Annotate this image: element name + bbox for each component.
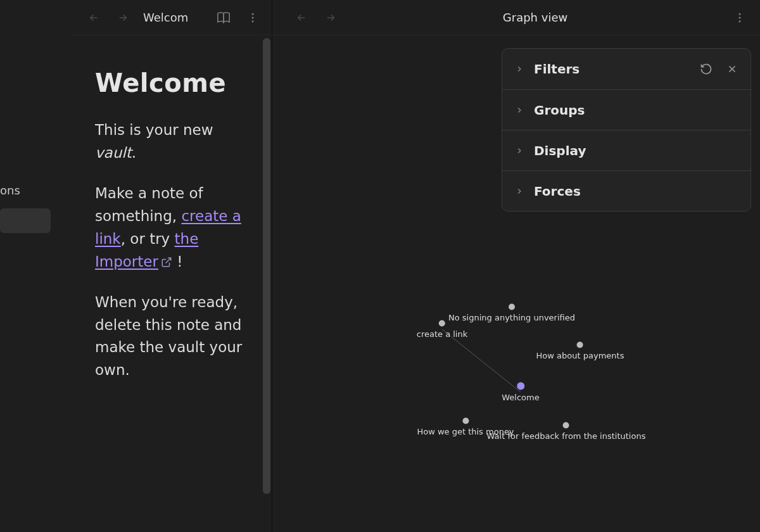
graph-node-payments[interactable]: How about payments: [536, 342, 624, 360]
external-link-icon: [161, 256, 172, 268]
note-content[interactable]: Welcome This is your new vault. Make a n…: [70, 35, 272, 415]
note-tab-title[interactable]: Welcom: [143, 11, 188, 24]
graph-settings-groups[interactable]: Groups: [502, 89, 750, 130]
graph-node-dot: [577, 342, 583, 348]
file-explorer-sidebar[interactable]: ons: [0, 0, 70, 532]
chevron-right-icon: [515, 187, 524, 196]
rotate-ccw-icon: [700, 63, 712, 75]
chevron-right-icon: [515, 106, 524, 115]
nav-back-button[interactable]: [85, 9, 103, 27]
graph-view-pane: Graph view create a linkNo signing anyth…: [272, 0, 760, 532]
note-scrollbar[interactable]: [263, 38, 270, 494]
graph-node-dot: [563, 422, 569, 429]
graph-settings-display-label: Display: [534, 143, 586, 158]
note-tab-bar: Welcom: [70, 0, 272, 35]
graph-nav-forward-button[interactable]: [322, 9, 339, 27]
graph-tab-bar: Graph view: [272, 0, 760, 35]
nav-forward-button[interactable]: [114, 9, 132, 27]
reset-filters-button[interactable]: [700, 63, 712, 75]
graph-node-label: How about payments: [536, 351, 624, 360]
graph-settings-panel: Filters Groups Display Forces: [502, 48, 751, 212]
reading-mode-toggle[interactable]: [215, 9, 232, 27]
graph-node-dot: [439, 320, 445, 327]
graph-settings-display[interactable]: Display: [502, 130, 750, 170]
graph-node-label: No signing anything unverified: [448, 313, 575, 322]
graph-node-dot: [462, 418, 469, 424]
sidebar-text-fragment: ons: [0, 184, 70, 197]
graph-settings-filters-label: Filters: [534, 61, 580, 77]
graph-more-options-button[interactable]: [731, 9, 749, 27]
svg-point-0: [252, 13, 254, 15]
graph-nav-back-button[interactable]: [293, 9, 310, 27]
graph-node-dot: [517, 383, 524, 390]
chevron-right-icon: [515, 146, 524, 155]
graph-node-welcome[interactable]: Welcome: [502, 383, 539, 402]
graph-node-dot: [509, 304, 515, 310]
graph-settings-forces[interactable]: Forces: [502, 170, 750, 211]
svg-point-4: [739, 16, 741, 18]
graph-node-label: Wait for feedback from the institutions: [487, 431, 646, 441]
graph-node-nosign[interactable]: No signing anything unverified: [448, 304, 575, 322]
graph-settings-filters[interactable]: Filters: [502, 49, 750, 89]
note-editor-pane: Welcom Welcome This is your new vault. M…: [70, 0, 272, 532]
note-heading: Welcome: [95, 63, 249, 103]
sidebar-selected-item[interactable]: [0, 208, 51, 233]
note-paragraph-3: When you're ready, delete this note and …: [95, 291, 249, 383]
note-paragraph-1: This is your new vault.: [95, 119, 249, 165]
svg-point-5: [739, 20, 741, 22]
svg-point-2: [252, 20, 254, 22]
book-icon: [217, 11, 231, 25]
note-paragraph-2: Make a note of something, create a link,…: [95, 182, 249, 274]
graph-view-title: Graph view: [351, 11, 719, 24]
more-vertical-icon: [246, 11, 259, 24]
chevron-right-icon: [515, 65, 524, 73]
svg-point-1: [252, 16, 254, 18]
graph-node-create[interactable]: create a link: [417, 320, 468, 339]
more-vertical-icon: [733, 11, 746, 24]
close-settings-button[interactable]: [726, 63, 738, 75]
graph-node-label: Welcome: [502, 393, 539, 402]
graph-node-feedback[interactable]: Wait for feedback from the institutions: [487, 422, 646, 441]
svg-point-3: [739, 13, 741, 15]
graph-settings-groups-label: Groups: [534, 103, 585, 118]
note-more-options-button[interactable]: [244, 9, 262, 27]
graph-settings-forces-label: Forces: [534, 184, 581, 199]
close-icon: [726, 63, 738, 75]
graph-node-label: create a link: [417, 329, 468, 339]
